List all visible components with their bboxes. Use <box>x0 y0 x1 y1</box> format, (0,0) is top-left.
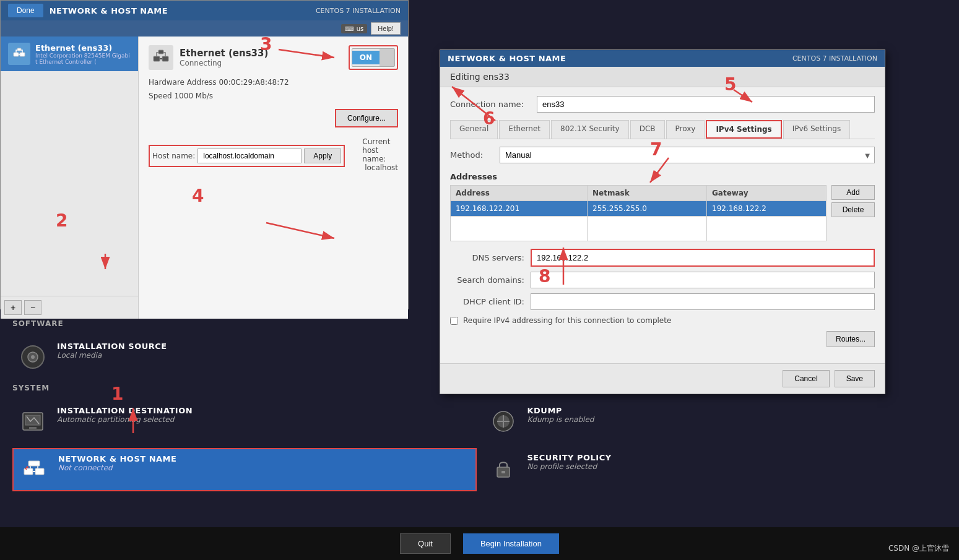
eth-right-icon <box>149 45 173 70</box>
hostname-label: Host name: <box>152 152 195 160</box>
ethernet-item[interactable]: Ethernet (ens33) Intel Corporation 82545… <box>1 37 138 71</box>
keyboard-label: us <box>357 25 364 32</box>
installation-source-subtitle: Local media <box>57 351 167 360</box>
installation-source-item[interactable]: INSTALLATION SOURCE Local media <box>12 337 477 377</box>
method-row: Method: Manual Automatic (DHCP) <box>450 147 875 163</box>
tab-ethernet[interactable]: Ethernet <box>499 120 550 139</box>
require-ipv4-label: Require IPv4 addressing for this connect… <box>463 316 671 325</box>
watermark: CSDN @上官沐雪 <box>888 543 949 554</box>
addresses-table: Address Netmask Gateway 192.168.122.201 … <box>450 185 827 241</box>
editing-header: Editing ens33 <box>440 67 885 87</box>
configure-button[interactable]: Configure... <box>335 109 398 127</box>
network-host-subtitle: Not connected <box>58 463 176 472</box>
require-ipv4-row: Require IPv4 addressing for this connect… <box>450 316 875 325</box>
dhcp-input[interactable] <box>531 293 875 310</box>
svg-rect-21 <box>162 56 168 61</box>
ethernet-desc: Intel Corporation 82545EM Gigabit Ethern… <box>35 53 131 65</box>
cell-netmask: 255.255.255.0 <box>588 201 707 217</box>
tabs-row: General Ethernet 802.1X Security DCB Pro… <box>450 120 875 139</box>
dialog-footer: Cancel Save <box>440 363 885 394</box>
current-hostname: Current host name: localhost <box>362 137 398 172</box>
keyboard-indicator[interactable]: ⌨ us <box>341 24 367 33</box>
sidebar-buttons: + − <box>1 296 138 319</box>
svg-rect-6 <box>25 415 40 425</box>
kdump-item[interactable]: KDUMP Kdump is enabled <box>483 401 947 442</box>
security-item[interactable]: SECURITY POLICY No profile selected <box>483 448 947 491</box>
eth-details: Hardware Address 00:0C:29:A8:48:72 Speed… <box>149 76 398 103</box>
add-address-button[interactable]: Add <box>831 185 875 200</box>
svg-rect-19 <box>17 48 21 51</box>
configure-btn-area: Configure... <box>149 109 398 127</box>
network-panel-content: Ethernet (ens33) Intel Corporation 82545… <box>1 37 408 319</box>
network-panel-title: NETWORK & HOST NAME <box>50 6 168 15</box>
dhcp-label: DHCP client ID: <box>450 297 524 306</box>
svg-rect-17 <box>14 53 19 56</box>
remove-network-button[interactable]: − <box>24 300 41 315</box>
eth-right-name-block: Ethernet (ens33) Connecting <box>180 48 268 67</box>
security-icon <box>488 453 519 484</box>
tab-8021x[interactable]: 802.1X Security <box>551 120 629 139</box>
delete-address-button[interactable]: Delete <box>831 202 875 217</box>
eth-connecting: Connecting <box>180 59 268 67</box>
routes-row: Routes... <box>450 331 875 347</box>
hostname-input[interactable] <box>197 149 302 163</box>
installation-dest-item[interactable]: INSTALLATION DESTINATION Automatic parti… <box>12 401 477 442</box>
tab-proxy[interactable]: Proxy <box>666 120 705 139</box>
toggle-switch[interactable]: ON <box>352 48 395 67</box>
security-subtitle: No profile selected <box>527 462 612 471</box>
editing-centos-label: CENTOS 7 INSTALLATION <box>792 54 877 62</box>
network-panel-secondary-bar: ⌨ us Help! <box>1 20 408 37</box>
eth-right-title: Ethernet (ens33) Connecting <box>149 45 268 70</box>
toggle-container[interactable]: ON <box>349 45 398 70</box>
toggle-off-area <box>380 49 394 66</box>
method-select[interactable]: Manual Automatic (DHCP) <box>500 147 875 163</box>
installation-source-title: INSTALLATION SOURCE <box>57 342 167 351</box>
quit-button[interactable]: Quit <box>400 533 451 554</box>
require-ipv4-checkbox[interactable] <box>450 317 458 325</box>
save-button[interactable]: Save <box>835 370 875 387</box>
tab-general[interactable]: General <box>450 120 498 139</box>
svg-point-2 <box>31 355 35 359</box>
routes-button[interactable]: Routes... <box>827 331 875 347</box>
addresses-section: Addresses Address Netmask Gateway <box>450 172 875 241</box>
help-button[interactable]: Help! <box>371 22 401 35</box>
apply-button[interactable]: Apply <box>304 149 341 163</box>
method-select-wrapper[interactable]: Manual Automatic (DHCP) <box>500 147 875 163</box>
done-button[interactable]: Done <box>8 4 43 17</box>
search-domains-input[interactable] <box>531 272 875 288</box>
kdump-title: KDUMP <box>527 406 594 415</box>
centos-label: CENTOS 7 INSTALLATION <box>316 7 401 15</box>
table-row[interactable]: 192.168.122.201 255.255.255.0 192.168.12… <box>451 201 827 217</box>
kdump-text: KDUMP Kdump is enabled <box>527 406 594 424</box>
svg-rect-7 <box>29 427 37 429</box>
network-host-item[interactable]: NETWORK & HOST NAME Not connected <box>12 448 477 491</box>
network-host-text: NETWORK & HOST NAME Not connected <box>58 454 176 472</box>
eth-right-header: Ethernet (ens33) Connecting ON <box>149 45 398 70</box>
col-address: Address <box>451 186 588 201</box>
network-host-title: NETWORK & HOST NAME <box>58 454 176 463</box>
editing-top-bar: NETWORK & HOST NAME CENTOS 7 INSTALLATIO… <box>440 50 885 67</box>
svg-rect-14 <box>28 461 40 466</box>
speed-info: Speed 1000 Mb/s <box>149 90 398 103</box>
cancel-button[interactable]: Cancel <box>783 370 829 387</box>
tab-dcb[interactable]: DCB <box>630 120 665 139</box>
conn-name-input[interactable] <box>537 96 875 113</box>
begin-installation-button[interactable]: Begin Installation <box>463 533 559 554</box>
dns-input[interactable] <box>531 249 875 267</box>
network-panel-right-header: CENTOS 7 INSTALLATION <box>316 7 401 15</box>
svg-rect-12 <box>24 468 33 475</box>
svg-rect-16 <box>501 471 505 473</box>
eth-right-name: Ethernet (ens33) <box>180 48 268 59</box>
security-text: SECURITY POLICY No profile selected <box>527 453 612 471</box>
system-section: SYSTEM INSTALLATION DESTINATION Automati… <box>12 384 947 491</box>
editing-title: Editing ens33 <box>450 72 510 82</box>
network-panel-left-header: Done NETWORK & HOST NAME <box>8 4 168 17</box>
svg-rect-20 <box>154 56 160 61</box>
conn-name-label: Connection name: <box>450 100 531 109</box>
table-empty-row <box>451 217 827 241</box>
add-network-button[interactable]: + <box>4 300 22 315</box>
tab-ipv6[interactable]: IPv6 Settings <box>783 120 851 139</box>
installation-dest-subtitle: Automatic partitioning selected <box>57 415 193 424</box>
tab-ipv4[interactable]: IPv4 Settings <box>706 120 781 139</box>
ethernet-info: Ethernet (ens33) Intel Corporation 82545… <box>35 43 131 65</box>
